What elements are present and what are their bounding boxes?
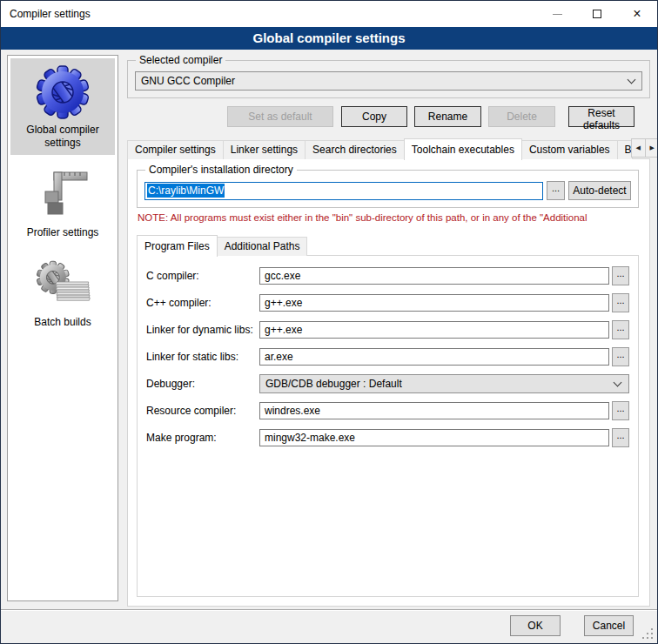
install-dir-input[interactable]: C:\raylib\MinGW [144,182,543,200]
static-linker-input[interactable]: ar.exe [259,348,609,366]
auto-detect-button[interactable]: Auto-detect [568,181,631,200]
field-label: C++ compiler: [146,297,259,309]
browse-cpp-compiler-button[interactable]: ... [612,293,629,312]
gray-gear-stack-icon [35,257,91,312]
field-label: Make program: [146,432,259,444]
window-title: Compiler settings [1,8,91,20]
left-arrow-icon: ◀ [635,144,640,151]
tab-custom-variables[interactable]: Custom variables [521,140,618,159]
field-value: ar.exe [265,351,293,363]
field-row-make-program: Make program: mingw32-make.exe ... [146,428,629,447]
install-dir-group: Compiler's installation directory C:\ray… [137,170,639,208]
field-label: Linker for static libs: [146,351,259,363]
field-value: windres.exe [265,405,320,417]
dynamic-linker-input[interactable]: g++.exe [259,321,609,339]
field-value: g++.exe [265,324,302,336]
field-value: mingw32-make.exe [265,432,355,444]
sidebar-item-batch-builds[interactable]: Batch builds [10,251,115,334]
ok-button[interactable]: OK [510,615,561,636]
note-text: NOTE: All programs must exist either in … [138,212,649,223]
browse-make-program-button[interactable]: ... [612,428,629,447]
field-value: gcc.exe [265,270,300,282]
sidebar-item-label: Batch builds [12,316,113,329]
browse-static-linker-button[interactable]: ... [612,347,629,366]
right-arrow-icon: ▶ [649,144,654,151]
subtab-program-files[interactable]: Program Files [137,235,218,257]
field-label: Linker for dynamic libs: [146,324,259,336]
tab-scroll-buttons: ◀ ▶ [632,138,658,158]
chevron-down-icon [628,75,636,84]
subtab-bar: Program Files Additional Paths [137,235,639,256]
set-as-default-button[interactable]: Set as default [227,106,333,127]
sidebar-item-profiler-settings[interactable]: Profiler settings [10,161,115,245]
tab-scroll-right-button[interactable]: ▶ [645,138,658,158]
browse-dynamic-linker-button[interactable]: ... [612,320,629,339]
compiler-settings-window: Compiler settings × Global compiler sett… [0,0,658,644]
close-button[interactable]: × [617,1,657,27]
field-label: Resource compiler: [146,405,259,417]
install-dir-row: C:\raylib\MinGW ... Auto-detect [144,181,631,200]
rename-button[interactable]: Rename [414,106,481,127]
field-row-debugger: Debugger: GDB/CDB debugger : Default [146,374,629,393]
sidebar-item-label: Profiler settings [12,226,113,239]
cancel-button[interactable]: Cancel [584,615,634,636]
page-title: Global compiler settings [252,30,405,45]
compiler-combobox[interactable]: GNU GCC Compiler [135,71,642,91]
main-panel: Selected compiler GNU GCC Compiler Set a… [127,53,650,607]
selected-compiler-group: Selected compiler GNU GCC Compiler [127,60,650,98]
chevron-down-icon [614,378,622,386]
footer-divider [1,609,657,611]
tab-linker-settings[interactable]: Linker settings [223,140,306,159]
toolchain-executables-page: Compiler's installation directory C:\ray… [127,158,650,607]
subtab-additional-paths[interactable]: Additional Paths [217,237,308,256]
field-row-c-compiler: C compiler: gcc.exe ... [146,266,629,285]
maximize-button[interactable] [577,1,617,27]
minimize-button[interactable] [537,1,577,27]
program-files-page: C compiler: gcc.exe ... C++ compiler: g+… [137,255,639,597]
tab-scroll-left-button[interactable]: ◀ [631,138,646,158]
browse-resource-compiler-button[interactable]: ... [612,401,629,420]
titlebar-buttons: × [537,1,657,27]
reset-defaults-button[interactable]: Reset defaults [568,106,634,127]
tab-bar: Compiler settings Linker settings Search… [127,138,650,159]
field-label: Debugger: [146,378,259,390]
tab-search-directories[interactable]: Search directories [305,140,405,159]
sidebar: Global compiler settings [7,55,118,601]
header-banner: Global compiler settings [1,27,657,50]
selected-text: C:\raylib\MinGW [147,184,225,198]
c-compiler-input[interactable]: gcc.exe [259,267,609,285]
titlebar: Compiler settings × [1,1,657,27]
combobox-value: GNU GCC Compiler [141,75,628,87]
browse-install-dir-button[interactable]: ... [547,181,565,200]
close-icon: × [633,7,641,21]
resize-grip[interactable] [651,637,653,639]
make-program-input[interactable]: mingw32-make.exe [259,429,609,446]
group-label: Selected compiler [136,54,225,67]
compiler-actions: Set as default Copy Rename Delete Reset … [127,106,650,127]
blue-gear-icon [35,64,91,120]
minimize-icon [553,14,562,15]
maximize-icon [593,10,601,18]
group-label: Compiler's installation directory [145,164,297,177]
field-row-static-linker: Linker for static libs: ar.exe ... [146,347,629,366]
sidebar-item-label: Global compiler settings [12,124,113,150]
field-value: g++.exe [265,297,302,309]
tab-compiler-settings[interactable]: Compiler settings [127,140,224,159]
field-row-resource-compiler: Resource compiler: windres.exe ... [146,401,629,420]
caliper-icon [35,167,91,223]
copy-button[interactable]: Copy [341,106,407,127]
debugger-select[interactable]: GDB/CDB debugger : Default [259,374,629,393]
resource-compiler-input[interactable]: windres.exe [259,402,609,419]
field-label: C compiler: [146,270,259,282]
tab-toolchain-executables[interactable]: Toolchain executables [404,138,522,160]
field-value: GDB/CDB debugger : Default [265,378,614,390]
browse-c-compiler-button[interactable]: ... [612,266,629,285]
sidebar-item-global-compiler-settings[interactable]: Global compiler settings [10,58,115,155]
field-row-cpp-compiler: C++ compiler: g++.exe ... [146,293,629,312]
field-row-dynamic-linker: Linker for dynamic libs: g++.exe ... [146,320,629,339]
cpp-compiler-input[interactable]: g++.exe [259,294,609,312]
delete-button[interactable]: Delete [488,106,555,127]
